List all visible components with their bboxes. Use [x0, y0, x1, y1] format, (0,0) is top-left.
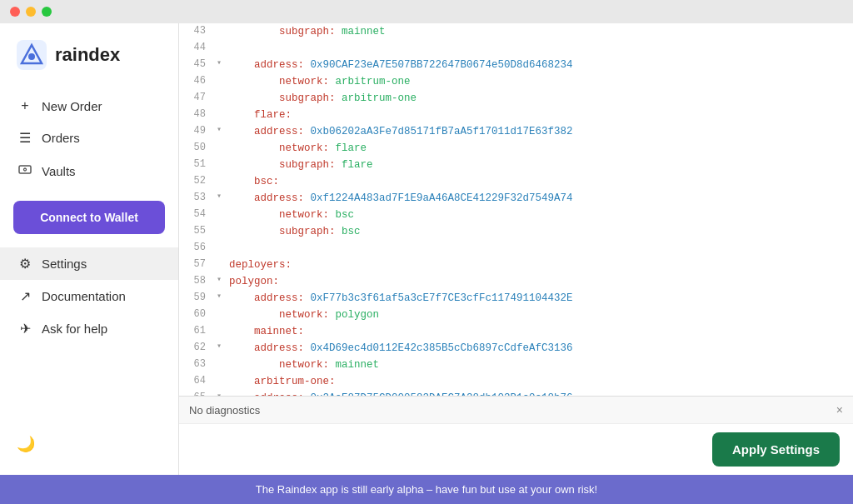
diagnostics-message: No diagnostics: [189, 404, 260, 417]
line-content: arbitrum-one:: [226, 373, 853, 390]
table-row: 52 bsc:: [179, 173, 853, 190]
logo-area: raindex: [0, 40, 178, 90]
line-content: address: 0x90CAF23eA7E507BB722647B0674e5…: [226, 57, 853, 73]
line-toggle[interactable]: ▾: [212, 340, 226, 357]
table-row: 65▾ address: 0x2AeE87D75CD000583DAEC7A28…: [179, 390, 853, 396]
line-toggle: [212, 90, 226, 107]
line-number: 59: [179, 290, 212, 307]
sidebar-item-documentation[interactable]: ↗ Documentation: [0, 280, 178, 312]
line-content: network: mainnet: [226, 357, 853, 373]
table-row: 63 network: mainnet: [179, 357, 853, 373]
line-content: address: 0x2AeE87D75CD000583DAEC7A28db10…: [226, 390, 853, 396]
line-toggle: [212, 157, 226, 173]
svg-rect-3: [19, 166, 31, 173]
line-toggle: [212, 40, 226, 57]
line-toggle[interactable]: ▾: [212, 273, 226, 290]
line-content: subgraph: arbitrum-one: [226, 90, 853, 107]
settings-label: Settings: [42, 257, 87, 271]
line-toggle[interactable]: ▾: [212, 190, 226, 207]
close-button[interactable]: [10, 7, 20, 17]
table-row: 60 network: polygon: [179, 307, 853, 323]
line-number: 54: [179, 207, 212, 223]
line-number: 53: [179, 190, 212, 207]
line-toggle[interactable]: ▾: [212, 290, 226, 307]
line-toggle: [212, 323, 226, 340]
line-toggle: [212, 373, 226, 390]
sidebar-item-ask-help[interactable]: ✈ Ask for help: [0, 312, 178, 345]
line-number: 57: [179, 257, 212, 273]
action-bar: Apply Settings: [179, 423, 853, 475]
line-number: 63: [179, 357, 212, 373]
connect-wallet-button[interactable]: Connect to Wallet: [13, 201, 165, 234]
line-toggle: [212, 240, 226, 257]
line-number: 44: [179, 40, 212, 57]
table-row: 49▾ address: 0xb06202aA3Fe7d85171fB7aA5f…: [179, 123, 853, 140]
code-editor[interactable]: 43 subgraph: mainnet44 45▾ address: 0x90…: [179, 23, 853, 396]
maximize-button[interactable]: [42, 7, 52, 17]
minimize-button[interactable]: [26, 7, 36, 17]
vaults-label: Vaults: [42, 164, 76, 178]
table-row: 55 subgraph: bsc: [179, 223, 853, 240]
sidebar-item-new-order[interactable]: + New Order: [0, 90, 178, 122]
table-row: 50 network: flare: [179, 140, 853, 157]
sidebar: raindex + New Order ☰ Orders Vaults Conn…: [0, 23, 179, 475]
sidebar-item-orders[interactable]: ☰ Orders: [0, 122, 178, 154]
line-number: 56: [179, 240, 212, 257]
line-number: 61: [179, 323, 212, 340]
line-content: [226, 40, 853, 57]
line-content: subgraph: flare: [226, 157, 853, 173]
diagnostics-close[interactable]: ×: [836, 403, 843, 417]
table-row: 59▾ address: 0xF77b3c3f61af5a3cE7f7CE3cf…: [179, 290, 853, 307]
line-number: 55: [179, 223, 212, 240]
line-toggle[interactable]: ▾: [212, 390, 226, 396]
table-row: 61 mainnet:: [179, 323, 853, 340]
footer-message: The Raindex app is still early alpha – h…: [256, 483, 597, 496]
line-toggle: [212, 357, 226, 373]
line-content: deployers:: [226, 257, 853, 273]
documentation-label: Documentation: [42, 289, 126, 303]
send-icon: ✈: [17, 321, 33, 337]
table-row: 57deployers:: [179, 257, 853, 273]
line-number: 64: [179, 373, 212, 390]
sidebar-item-vaults[interactable]: Vaults: [0, 154, 178, 187]
logo-text: raindex: [55, 44, 120, 66]
line-content: address: 0xf1224A483ad7F1E9aA46A8CE41229…: [226, 190, 853, 207]
table-row: 54 network: bsc: [179, 207, 853, 223]
line-number: 58: [179, 273, 212, 290]
table-row: 43 subgraph: mainnet: [179, 23, 853, 40]
line-number: 51: [179, 157, 212, 173]
line-toggle: [212, 207, 226, 223]
line-number: 65: [179, 390, 212, 396]
footer-bar: The Raindex app is still early alpha – h…: [0, 475, 853, 504]
line-content: address: 0xb06202aA3Fe7d85171fB7aA5f1701…: [226, 123, 853, 140]
line-content: mainnet:: [226, 323, 853, 340]
theme-toggle[interactable]: 🌙: [0, 427, 178, 462]
orders-label: Orders: [42, 131, 80, 145]
line-content: polygon:: [226, 273, 853, 290]
line-number: 47: [179, 90, 212, 107]
line-content: subgraph: bsc: [226, 223, 853, 240]
line-toggle: [212, 173, 226, 190]
line-toggle[interactable]: ▾: [212, 57, 226, 73]
svg-point-2: [28, 53, 35, 60]
sidebar-item-settings[interactable]: ⚙ Settings: [0, 247, 178, 280]
apply-settings-button[interactable]: Apply Settings: [712, 432, 840, 467]
line-number: 45: [179, 57, 212, 73]
line-toggle[interactable]: ▾: [212, 123, 226, 140]
table-row: 44: [179, 40, 853, 57]
line-content: [226, 240, 853, 257]
line-content: address: 0x4D69ec4d0112E42c385B5cCb6897c…: [226, 340, 853, 357]
line-content: network: bsc: [226, 207, 853, 223]
table-row: 45▾ address: 0x90CAF23eA7E507BB722647B06…: [179, 57, 853, 73]
line-content: bsc:: [226, 173, 853, 190]
table-row: 46 network: arbitrum-one: [179, 73, 853, 90]
external-link-icon: ↗: [17, 288, 33, 304]
svg-point-4: [24, 168, 27, 171]
logo-icon: [17, 40, 47, 70]
orders-icon: ☰: [17, 130, 33, 146]
table-row: 62▾ address: 0x4D69ec4d0112E42c385B5cCb6…: [179, 340, 853, 357]
line-content: network: polygon: [226, 307, 853, 323]
table-row: 53▾ address: 0xf1224A483ad7F1E9aA46A8CE4…: [179, 190, 853, 207]
title-bar: [0, 0, 853, 23]
main-content: 43 subgraph: mainnet44 45▾ address: 0x90…: [179, 23, 853, 475]
